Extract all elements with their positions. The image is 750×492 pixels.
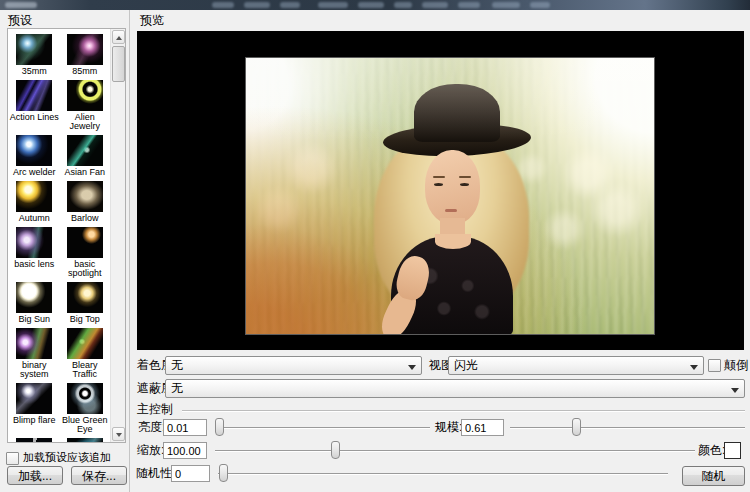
obscuration-layer-value: 无 [171, 381, 183, 395]
zoom-label: 缩放: [137, 441, 164, 460]
menu-blur-item [458, 2, 480, 8]
arrow-down-icon [116, 433, 122, 440]
photo-haze [246, 58, 654, 334]
preset-thumbnail [67, 227, 103, 258]
presets-panel: 预设 35mm85mmAction LinesAlien JewelryArc … [0, 10, 130, 492]
zoom-slider[interactable] [215, 441, 695, 460]
preset-item-blue-green-eye[interactable]: Blue Green Eye [60, 383, 110, 434]
scrollbar-thumb[interactable] [112, 46, 125, 82]
preset-thumbnail [16, 282, 52, 313]
preset-item-barlow[interactable]: Barlow [60, 181, 110, 223]
preset-thumbnail [67, 328, 103, 359]
preset-item-arc-welder[interactable]: Arc welder [9, 135, 59, 177]
preset-item-blimp-flare[interactable]: Blimp flare [9, 383, 59, 434]
slider-groove [510, 427, 745, 428]
preset-label: basic spotlight [60, 260, 110, 278]
preset-item[interactable] [9, 438, 59, 442]
preset-thumbnail [16, 328, 52, 359]
preset-label: Asian Fan [60, 168, 110, 177]
scale-input[interactable] [461, 419, 504, 436]
preset-item-asian-fan[interactable]: Asian Fan [60, 135, 110, 177]
scroll-up-button[interactable] [112, 30, 125, 44]
zoom-input[interactable] [163, 442, 207, 459]
preset-label: Barlow [60, 214, 110, 223]
randomness-input[interactable] [171, 465, 210, 482]
preset-thumbnail [67, 383, 103, 414]
scale-label: 规模: [435, 418, 462, 437]
preset-item-85mm[interactable]: 85mm [60, 34, 110, 76]
arrow-up-icon [116, 33, 122, 40]
brightness-slider[interactable] [215, 418, 430, 437]
preset-thumbnail [16, 383, 52, 414]
scale-slider[interactable] [510, 418, 745, 437]
group-divider [182, 410, 745, 411]
scroll-down-button[interactable] [112, 427, 125, 441]
preset-listbox[interactable]: 35mm85mmAction LinesAlien JewelryArc wel… [7, 28, 126, 443]
preset-thumbnail [67, 135, 103, 166]
preset-label: basic lens [9, 260, 59, 269]
preset-label: Action Lines [9, 113, 59, 122]
preset-grid: 35mm85mmAction LinesAlien JewelryArc wel… [9, 29, 110, 442]
preset-item-binary-system[interactable]: binary system [9, 328, 59, 379]
brightness-label: 亮度: [138, 418, 165, 437]
menu-blur-item [394, 2, 412, 8]
preset-label: Blue Green Eye [60, 416, 110, 434]
slider-groove [218, 473, 668, 474]
brightness-input[interactable] [163, 419, 207, 436]
obscuration-layer-select[interactable]: 无 [165, 379, 745, 398]
invert-checkbox[interactable] [708, 359, 721, 372]
randomness-slider-thumb[interactable] [219, 464, 228, 482]
preview-canvas[interactable] [137, 31, 744, 350]
randomness-slider[interactable] [218, 464, 668, 483]
preset-label: 85mm [60, 67, 110, 76]
presets-panel-title: 预设 [8, 12, 32, 29]
preset-item-autumn[interactable]: Autumn [9, 181, 59, 223]
menu-blur-item [280, 2, 300, 8]
random-button[interactable]: 随机 [682, 466, 745, 486]
tint-layer-value: 无 [171, 358, 183, 372]
append-presets-checkbox[interactable] [6, 452, 19, 465]
preview-panel: 预览 [130, 10, 750, 492]
preset-list-scrollbar[interactable] [110, 29, 125, 442]
preset-item-35mm[interactable]: 35mm [9, 34, 59, 76]
load-button[interactable]: 加载... [7, 466, 63, 485]
randomness-label: 随机性: [136, 464, 175, 483]
view-select[interactable]: 闪光 [448, 356, 704, 375]
menu-blur-item [358, 2, 384, 8]
brightness-slider-thumb[interactable] [215, 418, 224, 436]
preset-thumbnail [67, 181, 103, 212]
preset-thumbnail [16, 135, 52, 166]
zoom-slider-thumb[interactable] [331, 441, 340, 459]
preset-item-basic-spotlight[interactable]: basic spotlight [60, 227, 110, 278]
preset-item-basic-lens[interactable]: basic lens [9, 227, 59, 278]
tint-layer-select[interactable]: 无 [165, 356, 422, 375]
color-label: 颜色: [698, 441, 725, 460]
preset-item-alien-jewelry[interactable]: Alien Jewelry [60, 80, 110, 131]
preset-item-big-sun[interactable]: Big Sun [9, 282, 59, 324]
preset-thumbnail [16, 80, 52, 111]
preset-item-big-top[interactable]: Big Top [60, 282, 110, 324]
preset-label: Blimp flare [9, 416, 59, 425]
preset-thumbnail [67, 438, 103, 442]
preset-item-bleary-traffic[interactable]: Bleary Traffic [60, 328, 110, 379]
preview-image[interactable] [245, 57, 655, 335]
preset-item-action-lines[interactable]: Action Lines [9, 80, 59, 131]
invert-label: 颠倒 [724, 356, 748, 375]
preset-label: binary system [9, 361, 59, 379]
plugin-dialog: 预设 35mm85mmAction LinesAlien JewelryArc … [0, 0, 750, 492]
preset-label: Arc welder [9, 168, 59, 177]
scale-slider-thumb[interactable] [572, 418, 581, 436]
controls-area: 着色层 无 视图 闪光 颠倒 遮蔽层 无 主控制 亮度: [130, 356, 750, 492]
save-button[interactable]: 保存... [71, 466, 127, 485]
color-swatch[interactable] [724, 442, 741, 459]
main-controls-group-label: 主控制 [137, 400, 173, 419]
preset-label: 35mm [9, 67, 59, 76]
preview-panel-title: 预览 [140, 12, 164, 29]
menu-blur-item [422, 2, 448, 8]
menu-blur-item [492, 2, 520, 8]
preset-thumbnail [67, 34, 103, 65]
preset-thumbnail [16, 227, 52, 258]
menu-blur-item [530, 2, 550, 8]
menu-blur-item [212, 2, 234, 8]
preset-item[interactable] [60, 438, 110, 442]
